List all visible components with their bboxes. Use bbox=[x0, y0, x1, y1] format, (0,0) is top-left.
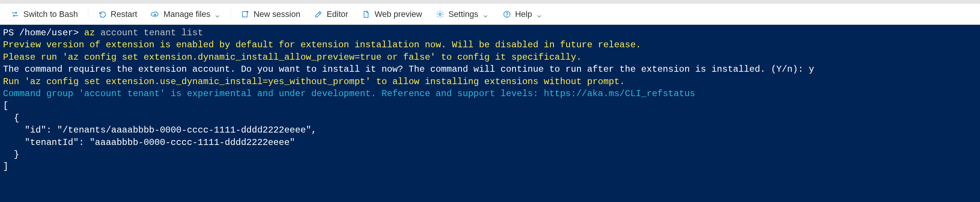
editor-button[interactable]: Editor bbox=[308, 7, 354, 21]
terminal-line-install-question: The command requires the extension accou… bbox=[3, 64, 809, 74]
settings-button[interactable]: Settings bbox=[430, 7, 495, 21]
svg-point-3 bbox=[506, 16, 507, 16]
chevron-down-icon bbox=[536, 11, 542, 17]
toolbar-divider bbox=[231, 9, 231, 19]
chevron-down-icon bbox=[483, 11, 489, 17]
terminal-json-open-bracket: [ bbox=[3, 101, 8, 111]
terminal-json-id: "id": "/tenants/aaaabbbb-0000-cccc-1111-… bbox=[3, 125, 317, 135]
help-button[interactable]: Help bbox=[496, 7, 549, 21]
manage-files-label: Manage files bbox=[163, 10, 210, 19]
toolbar-divider bbox=[88, 9, 88, 19]
svg-rect-0 bbox=[243, 11, 247, 17]
terminal-json-open-brace: { bbox=[3, 113, 19, 123]
restart-button[interactable]: Restart bbox=[92, 7, 143, 21]
web-preview-label: Web preview bbox=[374, 10, 422, 19]
editor-label: Editor bbox=[327, 10, 348, 19]
terminal-json-close-brace: } bbox=[3, 150, 19, 159]
terminal-command-az: az bbox=[84, 28, 95, 38]
help-label: Help bbox=[515, 10, 532, 19]
chevron-down-icon bbox=[215, 11, 221, 17]
manage-files-button[interactable]: Manage files bbox=[145, 7, 227, 21]
terminal-line-preview2: Please run 'az config set extension.dyna… bbox=[3, 52, 582, 62]
editor-icon bbox=[314, 10, 323, 19]
terminal-line-dynamic-install: Run 'az config set extension.use_dynamic… bbox=[3, 76, 625, 87]
terminal-install-answer: y bbox=[809, 64, 814, 74]
cloud-files-icon bbox=[151, 10, 159, 19]
swap-icon bbox=[11, 10, 19, 19]
settings-label: Settings bbox=[448, 10, 478, 19]
gear-icon bbox=[436, 10, 445, 19]
terminal-line-preview1: Preview version of extension is enabled … bbox=[3, 40, 641, 50]
cloud-shell-toolbar: Switch to Bash Restart Manage files bbox=[0, 4, 980, 25]
new-session-label: New session bbox=[253, 10, 301, 19]
terminal-line-experimental: Command group 'account tenant' is experi… bbox=[3, 89, 695, 99]
new-session-button[interactable]: New session bbox=[235, 7, 306, 21]
terminal-json-close-bracket: ] bbox=[3, 161, 8, 172]
web-preview-button[interactable]: Web preview bbox=[356, 7, 428, 21]
terminal-json-tenantid: "tenantId": "aaaabbbb-0000-cccc-1111-ddd… bbox=[3, 137, 295, 148]
help-icon bbox=[503, 10, 511, 19]
svg-point-1 bbox=[439, 13, 441, 15]
restart-icon bbox=[98, 10, 107, 19]
new-session-icon bbox=[241, 10, 250, 19]
restart-label: Restart bbox=[111, 10, 137, 19]
web-preview-icon bbox=[361, 10, 371, 19]
terminal-command-args: account tenant list bbox=[95, 28, 203, 38]
terminal-prompt: PS /home/user> bbox=[3, 28, 79, 38]
switch-to-bash-label: Switch to Bash bbox=[23, 10, 78, 19]
terminal-output[interactable]: PS /home/user> az account tenant list Pr… bbox=[0, 25, 980, 202]
switch-to-bash-button[interactable]: Switch to Bash bbox=[5, 7, 84, 21]
